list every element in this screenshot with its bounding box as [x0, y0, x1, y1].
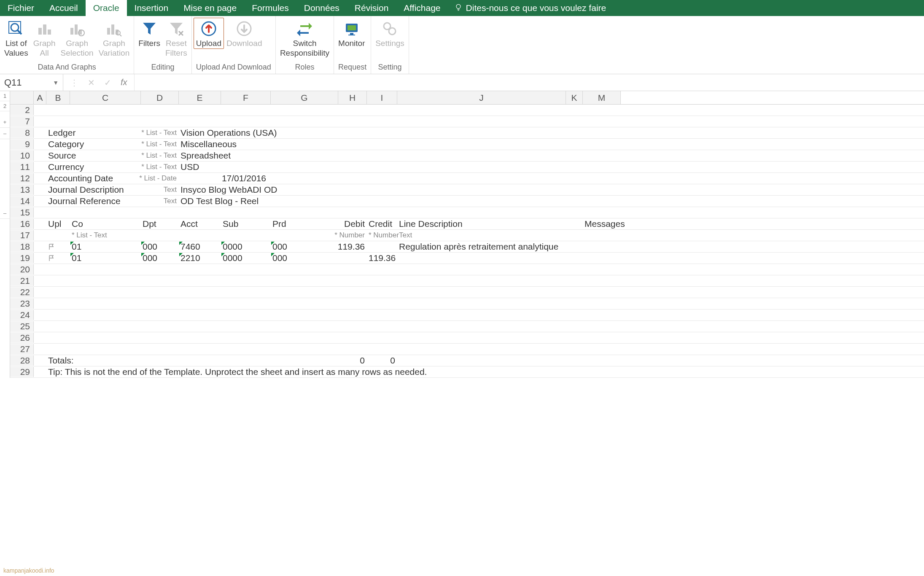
tab-insertion[interactable]: Insertion: [127, 0, 176, 16]
col-header[interactable]: E: [179, 91, 221, 104]
row-header[interactable]: 16: [10, 219, 34, 229]
value-ledger[interactable]: Vision Operations (USA): [179, 127, 279, 138]
col-header[interactable]: I: [367, 91, 397, 104]
row-header[interactable]: 9: [10, 139, 34, 149]
value-source[interactable]: Spreadsheet: [179, 150, 233, 161]
tab-accueil[interactable]: Accueil: [42, 0, 86, 16]
row-header[interactable]: 8: [10, 128, 34, 138]
col-header[interactable]: H: [338, 91, 367, 104]
tab-affichage[interactable]: Affichage: [396, 0, 448, 16]
switch-responsibility-button[interactable]: Switch Responsibility: [277, 18, 332, 58]
formula-input[interactable]: [134, 74, 924, 91]
row-header[interactable]: 12: [10, 173, 34, 183]
col-header[interactable]: C: [70, 91, 141, 104]
col-header[interactable]: G: [271, 91, 338, 104]
value-journal-desc[interactable]: Insyco Blog WebADI OD: [179, 184, 280, 195]
row-header[interactable]: 2: [10, 105, 34, 115]
tab-oracle[interactable]: Oracle: [86, 0, 127, 16]
split-handle-icon[interactable]: ⋮: [70, 78, 78, 88]
graph-selection-button[interactable]: Graph Selection: [58, 18, 96, 58]
cell-debit[interactable]: [338, 253, 367, 264]
col-header[interactable]: A: [34, 91, 46, 104]
chevron-down-icon[interactable]: ▼: [53, 79, 59, 86]
cell-sub[interactable]: 0000: [221, 241, 271, 252]
outline-level-1[interactable]: 1: [0, 91, 10, 101]
outline-collapse[interactable]: –: [0, 207, 10, 219]
value-currency[interactable]: USD: [179, 161, 201, 172]
col-header[interactable]: J: [397, 91, 566, 104]
row-header[interactable]: 26: [10, 333, 34, 343]
tell-me[interactable]: Dites-nous ce que vous voulez faire: [448, 0, 606, 16]
row-header[interactable]: 29: [10, 367, 34, 377]
cell-desc[interactable]: [397, 253, 566, 264]
tab-revision[interactable]: Révision: [347, 0, 396, 16]
row-header[interactable]: 17: [10, 230, 34, 240]
outline-expand[interactable]: +: [0, 116, 10, 128]
cancel-icon[interactable]: ✕: [88, 78, 95, 88]
row-header[interactable]: 20: [10, 264, 34, 275]
col-header[interactable]: F: [221, 91, 271, 104]
row-header[interactable]: 23: [10, 299, 34, 309]
group-label: Upload And Download: [194, 62, 274, 73]
col-header[interactable]: K: [566, 91, 583, 104]
value-accounting-date[interactable]: 17/01/2016: [221, 173, 268, 184]
download-button[interactable]: Download: [224, 18, 265, 48]
row-header[interactable]: 28: [10, 355, 34, 366]
cell-debit[interactable]: 119.36: [338, 241, 367, 252]
spreadsheet-grid[interactable]: A B C D E F G H I J K M 2 7 8 Ledger * L…: [10, 91, 924, 378]
cell-sub[interactable]: 0000: [221, 253, 271, 264]
outline-collapse[interactable]: –: [0, 128, 10, 139]
select-all-triangle[interactable]: [10, 91, 34, 104]
col-header[interactable]: D: [141, 91, 179, 104]
cell-prd[interactable]: 000: [271, 253, 338, 264]
value-journal-ref[interactable]: OD Test Blog - Reel: [179, 196, 261, 207]
cell-acct[interactable]: 7460: [179, 241, 221, 252]
tab-formules[interactable]: Formules: [244, 0, 296, 16]
monitor-button[interactable]: Monitor: [336, 18, 367, 48]
cell-desc[interactable]: Regulation après retraitement analytique: [397, 241, 566, 252]
graph-variation-button[interactable]: Graph Variation: [96, 18, 132, 58]
value-category[interactable]: Miscellaneous: [179, 139, 239, 150]
row-header[interactable]: 19: [10, 253, 34, 263]
filters-button[interactable]: Filters: [136, 18, 163, 48]
tab-mise-en-page[interactable]: Mise en page: [176, 0, 244, 16]
name-box[interactable]: Q11 ▼: [0, 74, 63, 91]
row-header[interactable]: 22: [10, 287, 34, 297]
row-header[interactable]: 21: [10, 276, 34, 286]
enter-icon[interactable]: ✓: [104, 78, 111, 88]
col-header[interactable]: M: [583, 91, 621, 104]
outline-level-2[interactable]: 2: [0, 101, 10, 111]
row-header[interactable]: 27: [10, 344, 34, 354]
cell-prd[interactable]: 000: [271, 241, 338, 252]
row-header[interactable]: 7: [10, 116, 34, 127]
ribbon: List of Values Graph All Graph Selection…: [0, 16, 924, 74]
graph-all-button[interactable]: Graph All: [31, 18, 58, 58]
row-header[interactable]: 25: [10, 321, 34, 331]
cell-dpt[interactable]: 000: [141, 241, 179, 252]
cell-acct[interactable]: 2210: [179, 253, 221, 264]
row-header[interactable]: 15: [10, 207, 34, 218]
svg-rect-4: [38, 28, 42, 35]
cell-co[interactable]: 01: [70, 241, 141, 252]
row-header[interactable]: 13: [10, 185, 34, 195]
row-header[interactable]: 24: [10, 310, 34, 320]
cell-dpt[interactable]: 000: [141, 253, 179, 264]
row-header[interactable]: 11: [10, 162, 34, 172]
cell-co[interactable]: 01: [70, 253, 141, 264]
col-header[interactable]: B: [46, 91, 70, 104]
bar-chart-search-icon: [105, 19, 123, 38]
fx-icon[interactable]: fx: [121, 78, 127, 87]
row-header[interactable]: 10: [10, 151, 34, 161]
funnel-icon: [140, 19, 159, 38]
tab-donnees[interactable]: Données: [296, 0, 347, 16]
cell-credit[interactable]: [367, 241, 397, 252]
row-header[interactable]: 18: [10, 242, 34, 252]
reset-filters-button[interactable]: Reset Filters: [163, 18, 190, 58]
upload-button[interactable]: Upload: [194, 18, 224, 49]
row-header[interactable]: 14: [10, 196, 34, 206]
settings-button[interactable]: Settings: [373, 18, 407, 48]
tab-fichier[interactable]: Fichier: [0, 0, 42, 16]
cell-credit[interactable]: 119.36: [367, 253, 397, 264]
hint: * Number: [338, 230, 367, 241]
list-of-values-button[interactable]: List of Values: [2, 18, 31, 58]
